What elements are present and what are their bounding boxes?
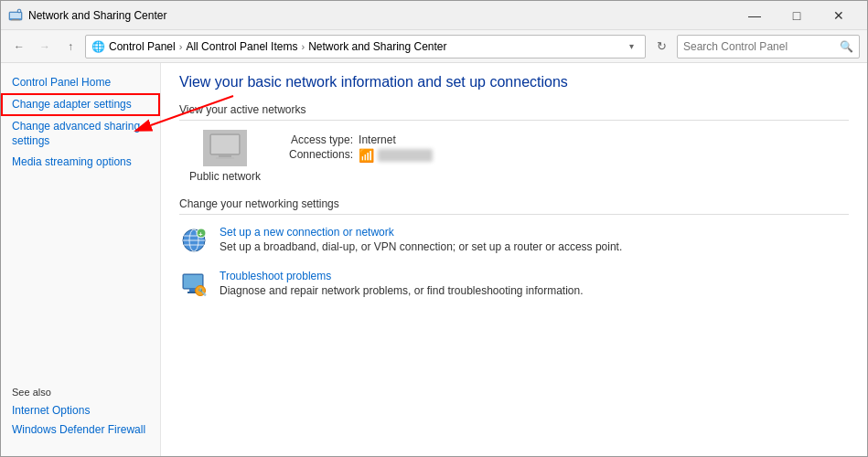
refresh-button[interactable]: ↻ — [649, 35, 673, 58]
networking-settings-section: Change your networking settings — [179, 197, 849, 299]
address-dropdown-button[interactable]: ▾ — [623, 36, 639, 58]
sidebar-item-media-streaming[interactable]: Media streaming options — [1, 152, 160, 173]
network-computer-icon — [203, 130, 247, 166]
window-controls: — □ ✕ — [734, 1, 860, 30]
wifi-signal-icon: 📶 — [359, 148, 374, 163]
troubleshoot-item: 🔧 Troubleshoot problems Diagnose and rep… — [179, 270, 849, 299]
up-button[interactable]: ↑ — [59, 36, 81, 58]
sidebar-item-windows-defender[interactable]: Windows Defender Firewall — [12, 420, 149, 440]
svg-rect-9 — [216, 157, 234, 159]
svg-text:🔧: 🔧 — [198, 287, 207, 296]
close-button[interactable]: ✕ — [818, 1, 860, 30]
forward-button[interactable]: → — [34, 36, 56, 58]
svg-rect-2 — [11, 20, 20, 21]
window-icon — [8, 8, 23, 23]
window-title: Network and Sharing Center — [28, 9, 734, 22]
troubleshoot-text: Troubleshoot problems Diagnose and repai… — [220, 270, 584, 297]
network-details: Access type: Internet Connections: 📶 — [289, 133, 433, 163]
network-info-row: Public network Access type: Internet Con… — [179, 130, 849, 183]
sidebar-item-control-panel-home[interactable]: Control Panel Home — [1, 72, 160, 93]
search-box: 🔍 — [677, 35, 860, 58]
connections-label: Connections: — [289, 148, 359, 163]
active-networks-label: View your active networks — [179, 103, 849, 121]
see-also-section: See also Internet Options Windows Defend… — [1, 379, 160, 447]
svg-point-5 — [18, 10, 20, 12]
title-bar: Network and Sharing Center — □ ✕ — [1, 1, 867, 30]
breadcrumb-all-items[interactable]: All Control Panel Items — [186, 40, 297, 53]
connection-name-blurred — [378, 149, 433, 162]
troubleshoot-icon: 🔧 — [179, 270, 209, 299]
maximize-button[interactable]: □ — [776, 1, 818, 30]
navigation-bar: ← → ↑ 🌐 Control Panel › All Control Pane… — [1, 30, 867, 63]
connection-signal: 📶 — [359, 148, 433, 163]
networking-settings-label: Change your networking settings — [179, 197, 849, 215]
address-bar: 🌐 Control Panel › All Control Panel Item… — [85, 35, 646, 58]
breadcrumb-control-panel[interactable]: Control Panel — [109, 40, 176, 53]
svg-rect-3 — [10, 13, 21, 18]
sidebar-item-change-advanced-sharing[interactable]: Change advanced sharing settings — [1, 116, 160, 153]
new-connection-item: + Set up a new connection or network Set… — [179, 226, 849, 255]
breadcrumb-current[interactable]: Network and Sharing Center — [308, 40, 446, 53]
troubleshoot-desc: Diagnose and repair network problems, or… — [220, 284, 584, 297]
network-name: Public network — [189, 170, 261, 183]
new-connection-text: Set up a new connection or network Set u… — [220, 226, 622, 253]
search-input[interactable] — [683, 40, 840, 53]
access-type-value: Internet — [359, 133, 433, 146]
new-connection-link[interactable]: Set up a new connection or network — [220, 226, 622, 239]
see-also-label: See also — [12, 387, 149, 398]
minimize-button[interactable]: — — [734, 1, 776, 30]
content-area: View your basic network information and … — [161, 63, 867, 456]
connections-value: 📶 — [359, 148, 433, 163]
sidebar-item-change-adapter-settings[interactable]: Change adapter settings — [1, 93, 160, 116]
main-content: Control Panel Home Change adapter settin… — [1, 63, 867, 456]
detail-grid: Access type: Internet Connections: 📶 — [289, 133, 433, 163]
sidebar-item-internet-options[interactable]: Internet Options — [12, 401, 149, 420]
address-network-icon: 🌐 — [91, 40, 105, 53]
svg-text:+: + — [198, 230, 203, 239]
new-connection-desc: Set up a broadband, dial-up, or VPN conn… — [220, 240, 622, 253]
page-title: View your basic network information and … — [179, 74, 849, 90]
main-window: Network and Sharing Center — □ ✕ ← → ↑ 🌐… — [0, 0, 868, 457]
svg-rect-7 — [211, 135, 239, 154]
access-type-label: Access type: — [289, 133, 359, 146]
new-connection-icon: + — [179, 226, 209, 255]
troubleshoot-link[interactable]: Troubleshoot problems — [220, 270, 584, 282]
network-icon-area: Public network — [179, 130, 271, 183]
search-button[interactable]: 🔍 — [840, 40, 853, 53]
back-button[interactable]: ← — [8, 36, 30, 58]
sidebar: Control Panel Home Change adapter settin… — [1, 63, 161, 456]
